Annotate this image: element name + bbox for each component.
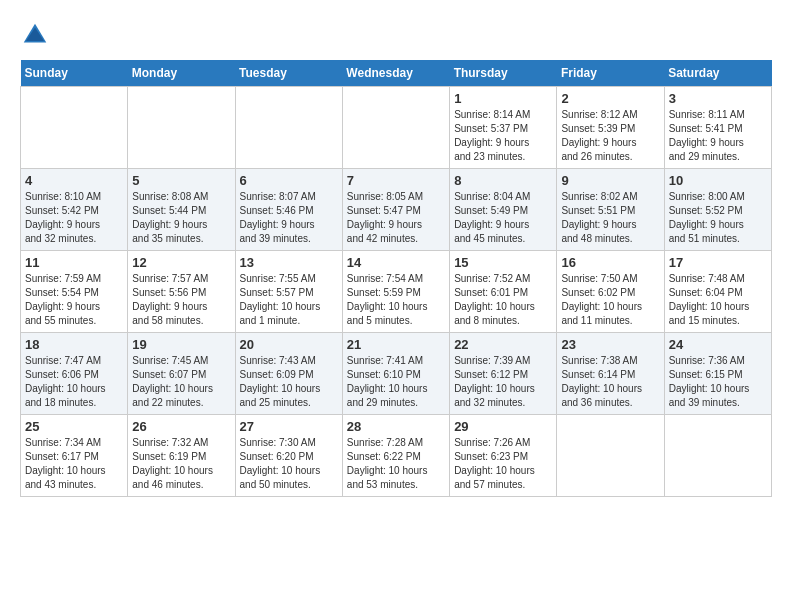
day-number: 24: [669, 337, 767, 352]
table-row: 8Sunrise: 8:04 AM Sunset: 5:49 PM Daylig…: [450, 169, 557, 251]
day-number: 15: [454, 255, 552, 270]
table-row: 24Sunrise: 7:36 AM Sunset: 6:15 PM Dayli…: [664, 333, 771, 415]
table-row: 29Sunrise: 7:26 AM Sunset: 6:23 PM Dayli…: [450, 415, 557, 497]
day-number: 14: [347, 255, 445, 270]
day-info: Sunrise: 7:52 AM Sunset: 6:01 PM Dayligh…: [454, 272, 552, 328]
table-row: [128, 87, 235, 169]
day-info: Sunrise: 7:30 AM Sunset: 6:20 PM Dayligh…: [240, 436, 338, 492]
day-info: Sunrise: 7:50 AM Sunset: 6:02 PM Dayligh…: [561, 272, 659, 328]
day-info: Sunrise: 7:47 AM Sunset: 6:06 PM Dayligh…: [25, 354, 123, 410]
table-row: 3Sunrise: 8:11 AM Sunset: 5:41 PM Daylig…: [664, 87, 771, 169]
calendar-week-row: 4Sunrise: 8:10 AM Sunset: 5:42 PM Daylig…: [21, 169, 772, 251]
table-row: 22Sunrise: 7:39 AM Sunset: 6:12 PM Dayli…: [450, 333, 557, 415]
table-row: 25Sunrise: 7:34 AM Sunset: 6:17 PM Dayli…: [21, 415, 128, 497]
table-row: 18Sunrise: 7:47 AM Sunset: 6:06 PM Dayli…: [21, 333, 128, 415]
table-row: [21, 87, 128, 169]
day-number: 5: [132, 173, 230, 188]
table-row: 13Sunrise: 7:55 AM Sunset: 5:57 PM Dayli…: [235, 251, 342, 333]
day-info: Sunrise: 7:57 AM Sunset: 5:56 PM Dayligh…: [132, 272, 230, 328]
day-info: Sunrise: 8:04 AM Sunset: 5:49 PM Dayligh…: [454, 190, 552, 246]
day-number: 9: [561, 173, 659, 188]
day-number: 22: [454, 337, 552, 352]
day-number: 11: [25, 255, 123, 270]
header-sunday: Sunday: [21, 60, 128, 87]
day-info: Sunrise: 7:43 AM Sunset: 6:09 PM Dayligh…: [240, 354, 338, 410]
day-number: 4: [25, 173, 123, 188]
day-info: Sunrise: 8:08 AM Sunset: 5:44 PM Dayligh…: [132, 190, 230, 246]
day-number: 2: [561, 91, 659, 106]
logo-icon: [20, 20, 50, 50]
day-number: 27: [240, 419, 338, 434]
table-row: [557, 415, 664, 497]
calendar-week-row: 18Sunrise: 7:47 AM Sunset: 6:06 PM Dayli…: [21, 333, 772, 415]
table-row: 6Sunrise: 8:07 AM Sunset: 5:46 PM Daylig…: [235, 169, 342, 251]
calendar-table: Sunday Monday Tuesday Wednesday Thursday…: [20, 60, 772, 497]
day-info: Sunrise: 8:10 AM Sunset: 5:42 PM Dayligh…: [25, 190, 123, 246]
day-info: Sunrise: 8:02 AM Sunset: 5:51 PM Dayligh…: [561, 190, 659, 246]
table-row: [235, 87, 342, 169]
calendar-header-row: Sunday Monday Tuesday Wednesday Thursday…: [21, 60, 772, 87]
day-number: 13: [240, 255, 338, 270]
table-row: 12Sunrise: 7:57 AM Sunset: 5:56 PM Dayli…: [128, 251, 235, 333]
day-number: 16: [561, 255, 659, 270]
header-tuesday: Tuesday: [235, 60, 342, 87]
day-info: Sunrise: 7:48 AM Sunset: 6:04 PM Dayligh…: [669, 272, 767, 328]
day-info: Sunrise: 7:34 AM Sunset: 6:17 PM Dayligh…: [25, 436, 123, 492]
day-info: Sunrise: 7:32 AM Sunset: 6:19 PM Dayligh…: [132, 436, 230, 492]
table-row: 21Sunrise: 7:41 AM Sunset: 6:10 PM Dayli…: [342, 333, 449, 415]
header-thursday: Thursday: [450, 60, 557, 87]
table-row: 15Sunrise: 7:52 AM Sunset: 6:01 PM Dayli…: [450, 251, 557, 333]
day-number: 1: [454, 91, 552, 106]
header-friday: Friday: [557, 60, 664, 87]
day-number: 3: [669, 91, 767, 106]
day-info: Sunrise: 7:38 AM Sunset: 6:14 PM Dayligh…: [561, 354, 659, 410]
table-row: 10Sunrise: 8:00 AM Sunset: 5:52 PM Dayli…: [664, 169, 771, 251]
day-number: 29: [454, 419, 552, 434]
day-info: Sunrise: 8:05 AM Sunset: 5:47 PM Dayligh…: [347, 190, 445, 246]
day-number: 28: [347, 419, 445, 434]
table-row: [664, 415, 771, 497]
table-row: 1Sunrise: 8:14 AM Sunset: 5:37 PM Daylig…: [450, 87, 557, 169]
day-number: 18: [25, 337, 123, 352]
table-row: 28Sunrise: 7:28 AM Sunset: 6:22 PM Dayli…: [342, 415, 449, 497]
day-info: Sunrise: 7:54 AM Sunset: 5:59 PM Dayligh…: [347, 272, 445, 328]
logo: [20, 20, 54, 50]
day-number: 10: [669, 173, 767, 188]
table-row: 4Sunrise: 8:10 AM Sunset: 5:42 PM Daylig…: [21, 169, 128, 251]
table-row: 14Sunrise: 7:54 AM Sunset: 5:59 PM Dayli…: [342, 251, 449, 333]
day-info: Sunrise: 7:36 AM Sunset: 6:15 PM Dayligh…: [669, 354, 767, 410]
day-info: Sunrise: 7:26 AM Sunset: 6:23 PM Dayligh…: [454, 436, 552, 492]
day-info: Sunrise: 7:59 AM Sunset: 5:54 PM Dayligh…: [25, 272, 123, 328]
table-row: [342, 87, 449, 169]
day-number: 12: [132, 255, 230, 270]
table-row: 26Sunrise: 7:32 AM Sunset: 6:19 PM Dayli…: [128, 415, 235, 497]
calendar-week-row: 25Sunrise: 7:34 AM Sunset: 6:17 PM Dayli…: [21, 415, 772, 497]
day-info: Sunrise: 8:00 AM Sunset: 5:52 PM Dayligh…: [669, 190, 767, 246]
day-number: 8: [454, 173, 552, 188]
day-info: Sunrise: 7:28 AM Sunset: 6:22 PM Dayligh…: [347, 436, 445, 492]
day-info: Sunrise: 8:07 AM Sunset: 5:46 PM Dayligh…: [240, 190, 338, 246]
table-row: 9Sunrise: 8:02 AM Sunset: 5:51 PM Daylig…: [557, 169, 664, 251]
day-number: 21: [347, 337, 445, 352]
day-number: 7: [347, 173, 445, 188]
table-row: 23Sunrise: 7:38 AM Sunset: 6:14 PM Dayli…: [557, 333, 664, 415]
day-info: Sunrise: 7:41 AM Sunset: 6:10 PM Dayligh…: [347, 354, 445, 410]
table-row: 19Sunrise: 7:45 AM Sunset: 6:07 PM Dayli…: [128, 333, 235, 415]
table-row: 2Sunrise: 8:12 AM Sunset: 5:39 PM Daylig…: [557, 87, 664, 169]
day-info: Sunrise: 8:12 AM Sunset: 5:39 PM Dayligh…: [561, 108, 659, 164]
day-number: 6: [240, 173, 338, 188]
day-number: 19: [132, 337, 230, 352]
header-monday: Monday: [128, 60, 235, 87]
calendar-week-row: 11Sunrise: 7:59 AM Sunset: 5:54 PM Dayli…: [21, 251, 772, 333]
header-wednesday: Wednesday: [342, 60, 449, 87]
table-row: 11Sunrise: 7:59 AM Sunset: 5:54 PM Dayli…: [21, 251, 128, 333]
day-number: 26: [132, 419, 230, 434]
day-info: Sunrise: 7:39 AM Sunset: 6:12 PM Dayligh…: [454, 354, 552, 410]
header-saturday: Saturday: [664, 60, 771, 87]
table-row: 27Sunrise: 7:30 AM Sunset: 6:20 PM Dayli…: [235, 415, 342, 497]
day-info: Sunrise: 8:11 AM Sunset: 5:41 PM Dayligh…: [669, 108, 767, 164]
table-row: 16Sunrise: 7:50 AM Sunset: 6:02 PM Dayli…: [557, 251, 664, 333]
day-number: 25: [25, 419, 123, 434]
day-number: 20: [240, 337, 338, 352]
day-info: Sunrise: 8:14 AM Sunset: 5:37 PM Dayligh…: [454, 108, 552, 164]
